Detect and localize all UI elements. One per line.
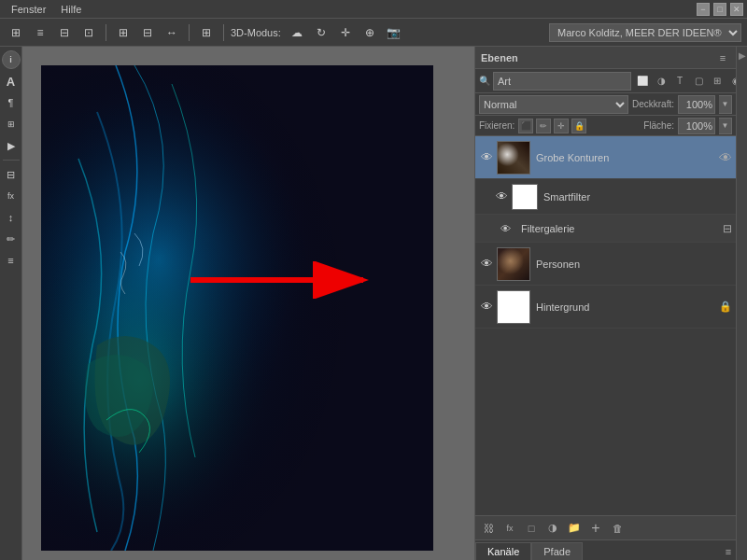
panel-menu-button[interactable]: ≡ <box>715 50 730 65</box>
group-btn[interactable]: 📁 <box>565 519 584 538</box>
tool-btn-5[interactable]: ⊞ <box>113 22 134 43</box>
menu-hilfe[interactable]: Hilfe <box>53 4 89 15</box>
layer-item-grobe-konturen[interactable]: 👁 Grobe Konturen 👁 <box>475 136 736 179</box>
tool-arrow[interactable]: ↕ <box>2 208 21 227</box>
lock-all-btn[interactable]: 🔒 <box>571 119 586 133</box>
opacity-input[interactable] <box>678 95 715 114</box>
layer-name-smart: Smartfilter <box>543 191 732 203</box>
lock-draw-btn[interactable]: ✏ <box>536 119 551 133</box>
lock-pixel-btn[interactable]: ⬛ <box>518 119 533 133</box>
user-select[interactable]: Marco Kolditz, MEER DER IDEEN® <box>549 23 741 42</box>
layer-item-filtergalerie[interactable]: 👁 Filtergalerie ⊟ <box>475 215 736 243</box>
opacity-dropdown-arrow[interactable]: ▼ <box>719 95 732 114</box>
add-layer-btn[interactable]: + <box>586 519 605 538</box>
tool-para[interactable]: ¶ <box>2 93 21 112</box>
collapse-arrow-icon: ▶ <box>739 50 746 61</box>
layer-thumb-personen <box>497 247 530 281</box>
mask-btn[interactable]: □ <box>522 519 541 538</box>
fill-input[interactable] <box>678 118 715 134</box>
tool-brush[interactable]: ✏ <box>2 230 21 248</box>
layer-name-grobe: Grobe Konturen <box>536 152 715 163</box>
filter-shape-icon[interactable]: ▢ <box>690 73 707 90</box>
toolbar: ⊞ ≡ ⊟ ⊡ ⊞ ⊟ ↔ ⊞ 3D-Modus: ☁ ↻ ✛ ⊕ 📷 Marc… <box>0 19 747 47</box>
bottom-tab-menu[interactable]: ≡ <box>721 543 736 560</box>
sidebar-collapse-btn[interactable]: ▶ <box>736 47 747 560</box>
layer-name-personen: Personen <box>536 259 732 270</box>
layer-visibility-personen[interactable]: 👁 <box>479 257 494 272</box>
layer-thumb-smart <box>512 184 538 210</box>
tool-btn-7[interactable]: ↔ <box>162 22 182 43</box>
filter-text-icon[interactable]: T <box>671 73 688 90</box>
fill-label: Fläche: <box>643 120 674 131</box>
lock-move-btn[interactable]: ✛ <box>554 119 569 133</box>
tool-btn-3[interactable]: ⊟ <box>54 22 75 43</box>
lock-row: Fixieren: ⬛ ✏ ✛ 🔒 Fläche: ▼ <box>475 116 736 136</box>
adjustment-btn[interactable]: ◑ <box>543 519 562 538</box>
tool-grid2[interactable]: ⊟ <box>2 165 21 184</box>
tool-play[interactable]: ▶ <box>2 136 21 155</box>
toolbar-sep-1 <box>106 24 106 41</box>
layer-thumb-hintergrund <box>497 290 530 324</box>
tool-camera[interactable]: 📷 <box>384 22 404 43</box>
tool-stack[interactable]: ≡ <box>2 251 21 270</box>
tool-btn-6[interactable]: ⊟ <box>137 22 158 43</box>
layer-visibility-filter[interactable]: 👁 <box>498 221 513 236</box>
tool-grid[interactable]: ⊞ <box>2 115 21 133</box>
tool-move[interactable]: ✛ <box>335 22 356 43</box>
layer-name-filter: Filtergalerie <box>515 223 723 234</box>
tool-btn-2[interactable]: ≡ <box>30 22 50 43</box>
bottom-tabs: Kanäle Pfade ≡ <box>475 539 736 560</box>
tool-fx[interactable]: fx <box>2 187 21 205</box>
lock-label: Fixieren: <box>479 120 514 131</box>
tool-btn-1[interactable]: ⊞ <box>6 22 26 43</box>
right-sidebar-wrapper: Ebenen ≡ 🔍 ⬜ ◑ T ▢ ⊞ ◉ Normal <box>474 47 747 560</box>
main-area: i A ¶ ⊞ ▶ ⊟ fx ↕ ✏ ≡ <box>0 47 747 560</box>
tab-kanaele[interactable]: Kanäle <box>475 542 531 560</box>
toolbar-sep-3 <box>223 24 224 41</box>
layer-item-smartfilter[interactable]: 👁 Smartfilter <box>475 179 736 215</box>
tool-text[interactable]: A <box>2 72 21 91</box>
tool-cloud[interactable]: ☁ <box>287 22 307 43</box>
tool-sep <box>3 160 20 161</box>
tool-rotate[interactable]: ↻ <box>311 22 331 43</box>
toolbar-right: Marco Kolditz, MEER DER IDEEN® <box>549 23 741 42</box>
layer-visibility-hintergrund[interactable]: 👁 <box>479 300 494 315</box>
delete-layer-btn[interactable]: 🗑 <box>608 519 627 538</box>
layer-extra-grobe: 👁 <box>719 150 732 165</box>
layer-item-personen[interactable]: 👁 Personen <box>475 243 736 286</box>
layer-visibility-smart[interactable]: 👁 <box>494 189 509 204</box>
panel-title: Ebenen <box>481 52 518 63</box>
canvas-svg <box>41 65 433 551</box>
canvas-artwork <box>41 65 433 551</box>
layer-name-hintergrund: Hintergrund <box>536 301 715 313</box>
info-icon[interactable]: i <box>2 50 21 69</box>
left-tools-panel: i A ¶ ⊞ ▶ ⊟ fx ↕ ✏ ≡ <box>0 47 22 560</box>
layer-thumb-grobe <box>497 141 530 175</box>
lock-icons: ⬛ ✏ ✛ 🔒 <box>518 119 586 133</box>
link-layers-btn[interactable]: ⛓ <box>479 519 498 538</box>
fill-dropdown-arrow[interactable]: ▼ <box>719 118 732 134</box>
canvas-image <box>41 65 433 551</box>
blend-mode-select[interactable]: Normal <box>479 95 628 114</box>
layer-search-input[interactable] <box>493 72 631 91</box>
layer-item-hintergrund[interactable]: 👁 Hintergrund 🔒 <box>475 286 736 329</box>
canvas-area <box>22 47 474 560</box>
minimize-button[interactable]: − <box>697 3 710 16</box>
menu-fenster[interactable]: Fenster <box>4 4 53 15</box>
tool-btn-4[interactable]: ⊡ <box>78 22 99 43</box>
tool-btn-8[interactable]: ⊞ <box>196 22 217 43</box>
panel-bottom-toolbar: ⛓ fx □ ◑ 📁 + 🗑 <box>475 515 736 539</box>
layers-list: 👁 Grobe Konturen 👁 👁 Smartfilter � <box>475 136 736 515</box>
filter-smart-icon[interactable]: ⊞ <box>709 73 726 90</box>
close-button[interactable]: ✕ <box>730 3 743 16</box>
fx-btn[interactable]: fx <box>500 519 519 538</box>
filter-adjust-icon[interactable]: ◑ <box>653 73 669 90</box>
filter-icons: ⬜ ◑ T ▢ ⊞ ◉ <box>634 73 744 90</box>
tab-pfade[interactable]: Pfade <box>531 542 583 560</box>
filter-options-icon[interactable]: ⊟ <box>723 222 732 235</box>
maximize-button[interactable]: □ <box>713 3 726 16</box>
tool-3d[interactable]: ⊕ <box>359 22 380 43</box>
blend-mode-row: Normal Deckkraft: ▼ <box>475 93 736 116</box>
filter-pixel-icon[interactable]: ⬜ <box>634 73 651 90</box>
layer-visibility-grobe[interactable]: 👁 <box>479 150 494 165</box>
